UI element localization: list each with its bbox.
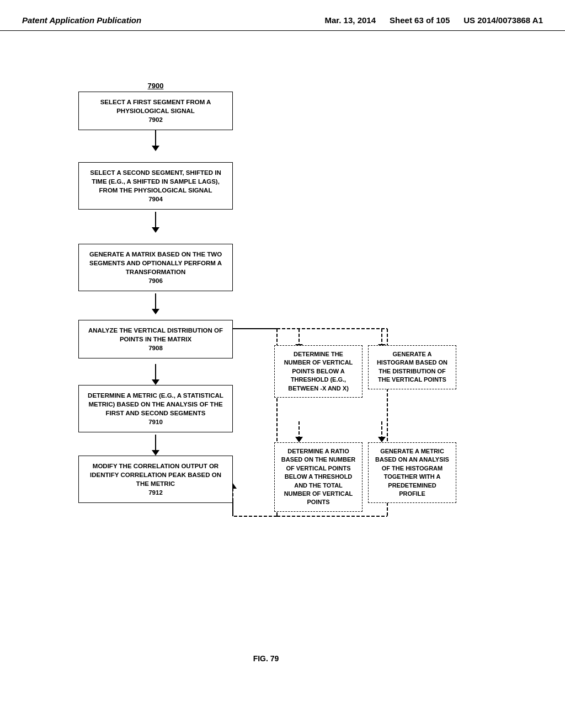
publication-info: Mar. 13, 2014 Sheet 63 of 105 US 2014/00…	[324, 15, 543, 25]
side-box-right-bottom: GENERATE A METRIC BASED ON AN ANALYSIS O…	[368, 442, 456, 503]
main-content: 7900 SELECT A FIRST SEGMENT FROM A PHYSI…	[0, 31, 565, 685]
pub-date: Mar. 13, 2014 Sheet 63 of 105 US 2014/00…	[324, 15, 543, 25]
svg-marker-5	[152, 309, 159, 314]
box3-content: GENERATE A MATRIX BASED ON THE TWO SEGME…	[78, 244, 233, 291]
box4-content: ANALYZE THE VERTICAL DISTRIBUTION OF POI…	[78, 320, 233, 358]
publication-title: Patent Application Publication	[22, 15, 141, 25]
svg-marker-3	[152, 227, 159, 233]
box5-content: DETERMINE A METRIC (E.G., A STATISTICAL …	[78, 385, 233, 432]
svg-marker-9	[152, 450, 159, 456]
flow-box-5: DETERMINE A METRIC (E.G., A STATISTICAL …	[78, 385, 233, 432]
svg-marker-17	[295, 437, 303, 442]
flow-box-4: ANALYZE THE VERTICAL DISTRIBUTION OF POI…	[78, 320, 233, 358]
side-box-rb-content: GENERATE A METRIC BASED ON AN ANALYSIS O…	[368, 442, 456, 503]
svg-marker-1	[152, 146, 159, 151]
box2-content: SELECT A SECOND SEGMENT, SHIFTED IN TIME…	[78, 162, 233, 210]
box1-content: SELECT A FIRST SEGMENT FROM A PHYSIOLOGI…	[78, 92, 233, 130]
svg-marker-19	[378, 437, 386, 442]
figure-label: FIG. 79	[0, 654, 532, 663]
svg-marker-7	[152, 379, 159, 385]
flow-box-3: GENERATE A MATRIX BASED ON THE TWO SEGME…	[78, 244, 233, 291]
side-box-left-bottom: DETERMINE A RATIO BASED ON THE NUMBER OF…	[274, 442, 363, 512]
side-box-right-top: GENERATE A HISTOGRAM BASED ON THE DISTRI…	[368, 345, 456, 389]
flow-box-2: SELECT A SECOND SEGMENT, SHIFTED IN TIME…	[78, 162, 233, 210]
page-header: Patent Application Publication Mar. 13, …	[0, 0, 565, 31]
side-box-rt-content: GENERATE A HISTOGRAM BASED ON THE DISTRI…	[368, 345, 456, 389]
flow-box-6: MODIFY THE CORRELATION OUTPUT OR IDENTIF…	[78, 456, 233, 503]
side-box-left-top: DETERMINE THE NUMBER OF VERTICAL POINTS …	[274, 345, 363, 398]
flow-box-1: SELECT A FIRST SEGMENT FROM A PHYSIOLOGI…	[78, 92, 233, 130]
side-box-lb-content: DETERMINE A RATIO BASED ON THE NUMBER OF…	[274, 442, 363, 512]
flow-start-label: 7900	[117, 81, 194, 90]
flowchart-diagram: 7900 SELECT A FIRST SEGMENT FROM A PHYSI…	[78, 64, 487, 643]
box6-content: MODIFY THE CORRELATION OUTPUT OR IDENTIF…	[78, 456, 233, 503]
side-box-lt-content: DETERMINE THE NUMBER OF VERTICAL POINTS …	[274, 345, 363, 398]
